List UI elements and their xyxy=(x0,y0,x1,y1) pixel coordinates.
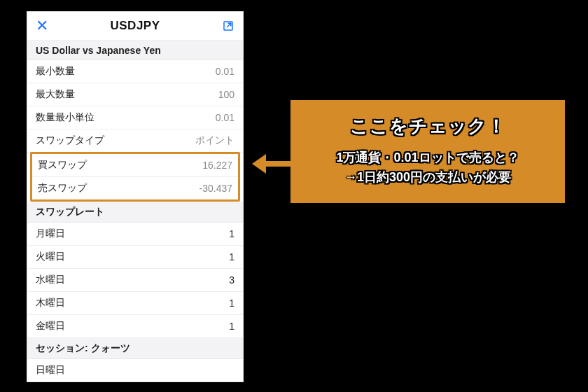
open-external-icon[interactable] xyxy=(222,20,234,32)
rate-row: 水曜日 3 xyxy=(27,269,243,292)
pair-name: US Dollar vs Japanese Yen xyxy=(27,41,243,60)
rate-value: 1 xyxy=(229,321,234,332)
swap-sell-value: -30.437 xyxy=(200,183,232,194)
session-row: 日曜日 xyxy=(27,359,243,382)
rate-label: 金曜日 xyxy=(36,320,65,332)
rate-label: 火曜日 xyxy=(36,251,65,263)
swap-rate-heading: スワップレート xyxy=(27,202,243,223)
spec-row: 最小数量 0.01 xyxy=(27,60,243,83)
rate-value: 3 xyxy=(229,274,234,286)
rate-row: 月曜日 1 xyxy=(27,223,243,246)
symbol-title: USDJPY xyxy=(110,19,160,33)
callout-line-3: →1日約300円の支払いが必要 xyxy=(303,168,552,188)
spec-value: 100 xyxy=(218,89,234,100)
spec-label: 最大数量 xyxy=(36,88,75,101)
swap-highlight: 買スワップ 16.227 売スワップ -30.437 xyxy=(30,152,240,202)
rate-value: 1 xyxy=(229,228,234,239)
close-icon[interactable]: ✕ xyxy=(36,18,48,34)
callout-line-2: 1万通貨・0.01ロットで売ると？ xyxy=(303,148,552,168)
rate-label: 木曜日 xyxy=(36,297,65,309)
rate-row: 金曜日 1 xyxy=(27,315,243,338)
swap-buy-value: 16.227 xyxy=(202,160,232,171)
rate-label: 水曜日 xyxy=(36,274,65,286)
spec-value: ポイント xyxy=(195,134,234,147)
spec-label: スワップタイプ xyxy=(36,134,104,147)
callout-arrow-icon xyxy=(252,154,290,174)
swap-buy-label: 買スワップ xyxy=(38,159,87,172)
symbol-detail-panel: ✕ USDJPY US Dollar vs Japanese Yen 最小数量 … xyxy=(27,11,244,382)
annotation-callout: ここをチェック！ 1万通貨・0.01ロットで売ると？ →1日約300円の支払いが… xyxy=(290,100,565,203)
session-day: 日曜日 xyxy=(36,364,65,377)
spec-value: 0.01 xyxy=(216,112,234,123)
rate-value: 1 xyxy=(229,298,234,309)
spec-row: スワップタイプ ポイント xyxy=(27,130,243,153)
spec-label: 最小数量 xyxy=(36,65,75,78)
spec-row: 数量最小単位 0.01 xyxy=(27,106,243,130)
swap-buy-row: 買スワップ 16.227 xyxy=(32,154,238,177)
rate-row: 火曜日 1 xyxy=(27,246,243,269)
rate-value: 1 xyxy=(229,251,234,262)
rate-label: 月曜日 xyxy=(36,227,65,240)
swap-sell-label: 売スワップ xyxy=(38,182,87,195)
spec-label: 数量最小単位 xyxy=(36,111,94,124)
spec-value: 0.01 xyxy=(216,66,234,77)
panel-header: ✕ USDJPY xyxy=(27,12,243,41)
callout-line-1: ここをチェック！ xyxy=(303,114,552,139)
swap-sell-row: 売スワップ -30.437 xyxy=(32,177,238,200)
session-heading: セッション: クォーツ xyxy=(27,338,243,359)
rate-row: 木曜日 1 xyxy=(27,292,243,315)
spec-row: 最大数量 100 xyxy=(27,83,243,106)
